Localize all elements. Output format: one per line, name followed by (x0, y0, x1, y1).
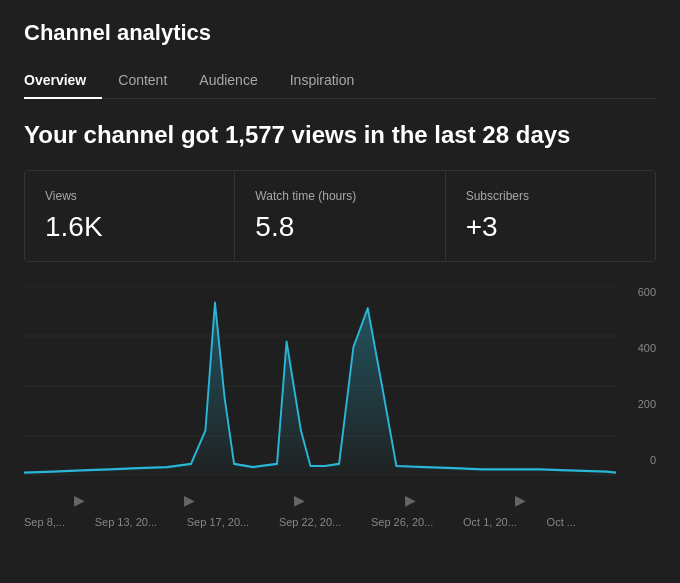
x-label-1: Sep 8,... (24, 516, 65, 528)
summary-headline: Your channel got 1,577 views in the last… (24, 119, 656, 150)
y-label-600: 600 (620, 286, 656, 298)
video-icon-1: ▶ (74, 492, 85, 508)
metrics-row: Views 1.6K Watch time (hours) 5.8 Subscr… (24, 170, 656, 262)
x-axis-icons: ▶ ▶ ▶ ▶ ▶ (24, 490, 616, 508)
video-icon-3: ▶ (294, 492, 305, 508)
video-icon-2: ▶ (184, 492, 195, 508)
x-label-4: Sep 22, 20... (279, 516, 341, 528)
x-label-6: Oct 1, 20... (463, 516, 517, 528)
x-label-5: Sep 26, 20... (371, 516, 433, 528)
video-icon-5: ▶ (515, 492, 526, 508)
tab-overview[interactable]: Overview (24, 62, 102, 98)
tab-audience[interactable]: Audience (183, 62, 273, 98)
chart-wrapper: 600 400 200 0 (24, 286, 656, 528)
metric-watch-time-label: Watch time (hours) (255, 189, 424, 203)
metric-subscribers-label: Subscribers (466, 189, 635, 203)
x-label-2: Sep 13, 20... (95, 516, 157, 528)
metric-views-value: 1.6K (45, 211, 214, 243)
y-label-0: 0 (620, 454, 656, 466)
x-label-7: Oct ... (547, 516, 576, 528)
page-container: Channel analytics Overview Content Audie… (0, 0, 680, 544)
tab-inspiration[interactable]: Inspiration (274, 62, 371, 98)
metric-subscribers: Subscribers +3 (446, 171, 655, 261)
chart-svg (24, 286, 616, 486)
metric-views: Views 1.6K (25, 171, 235, 261)
x-label-3: Sep 17, 20... (187, 516, 249, 528)
metric-subscribers-value: +3 (466, 211, 635, 243)
video-icon-4: ▶ (405, 492, 416, 508)
metric-views-label: Views (45, 189, 214, 203)
x-axis-labels: Sep 8,... Sep 13, 20... Sep 17, 20... Se… (24, 510, 616, 528)
y-label-200: 200 (620, 398, 656, 410)
tab-content[interactable]: Content (102, 62, 183, 98)
metric-watch-time-value: 5.8 (255, 211, 424, 243)
chart-area (24, 286, 616, 486)
page-title: Channel analytics (24, 20, 656, 46)
metric-watch-time: Watch time (hours) 5.8 (235, 171, 445, 261)
tabs-bar: Overview Content Audience Inspiration (24, 62, 656, 99)
y-label-400: 400 (620, 342, 656, 354)
y-axis-labels: 600 400 200 0 (620, 286, 656, 466)
